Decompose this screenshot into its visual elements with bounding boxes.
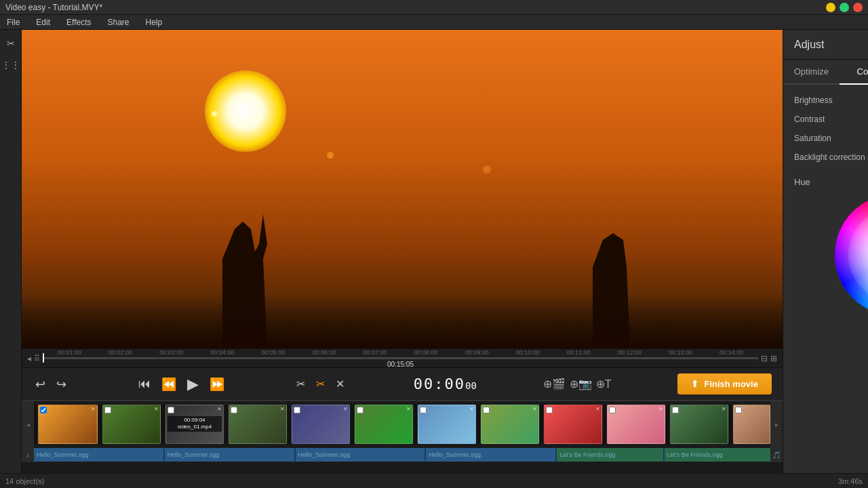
scrubber-line[interactable] (43, 357, 758, 359)
titlebar-controls (826, 3, 863, 12)
sidebar-dots-icon[interactable]: ⋮⋮ (3, 57, 19, 73)
add-clip-button[interactable]: ⊕🎬 (543, 378, 566, 390)
clip-select-checkbox[interactable] (546, 407, 553, 413)
finish-movie-button[interactable]: ⬆ Finish movie (677, 373, 771, 394)
video-clip[interactable]: ✕ (670, 405, 728, 444)
video-clip[interactable]: ✕ (229, 405, 287, 444)
time-marker: 00:01:00 (44, 349, 95, 356)
clip-resize-handle[interactable] (288, 405, 291, 444)
clip-select-checkbox[interactable] (735, 407, 742, 413)
contrast-label: Contrast (794, 115, 868, 124)
play-button[interactable]: ▶ (184, 373, 201, 396)
edit-tools-group: ✂ ✂ ✕ (294, 375, 347, 393)
audio-segment[interactable]: Let's Be Friends.ogg (665, 448, 770, 462)
video-clip[interactable]: ✕ (544, 405, 602, 444)
clip-resize-handle[interactable] (34, 405, 37, 444)
video-clip[interactable]: ✕ (292, 405, 350, 444)
video-clip[interactable]: ✕ 00:09:04video_01.mp4 (165, 405, 224, 444)
audio-right-icon: 🎵 (770, 447, 783, 462)
audio-segment[interactable]: Hello_Summer.ogg (296, 448, 425, 462)
hue-wheel-container (794, 194, 868, 316)
clip-select-checkbox[interactable] (167, 407, 174, 413)
video-clip[interactable]: ✕ (38, 405, 98, 444)
clip-resize-handle[interactable] (603, 405, 606, 444)
hue-section: Hue (794, 177, 868, 316)
timeline-scrubber[interactable]: ◂ ⠿ 00:01:00 00:02:00 00:03:00 00:04:00 … (22, 348, 783, 367)
clip-select-checkbox[interactable] (294, 407, 300, 413)
clip-close-icon[interactable]: ✕ (91, 406, 96, 412)
add-text-button[interactable]: ⊕T (596, 378, 612, 390)
clip-select-checkbox[interactable] (672, 407, 679, 413)
video-clip[interactable]: ✕ (355, 405, 413, 444)
rewind-button[interactable]: ⏮ (136, 374, 153, 394)
minimize-button[interactable] (826, 3, 835, 12)
clip-select-checkbox[interactable] (231, 407, 237, 413)
clip-resize-handle[interactable] (98, 405, 102, 444)
clip-close-icon[interactable]: ✕ (217, 406, 222, 412)
clip-close-icon[interactable]: ✕ (406, 406, 411, 412)
clip-select-checkbox[interactable] (104, 407, 111, 413)
video-clip[interactable]: ✕ (102, 405, 161, 444)
trim-icon[interactable]: ✂ (3, 35, 19, 52)
undo-button[interactable]: ↩ (33, 374, 48, 394)
fullscreen-icon[interactable]: ⊞ (770, 354, 777, 363)
clip-select-checkbox[interactable] (483, 407, 490, 413)
current-time-display: 00:15:05 (43, 361, 758, 368)
tab-optimize[interactable]: Optimize (783, 60, 840, 85)
back-frame-button[interactable]: ⏪ (159, 374, 179, 394)
audio-segment[interactable]: Hello_Summer.ogg (34, 448, 163, 462)
track-prev-button[interactable]: ◂ (22, 401, 34, 447)
clip-resize-handle[interactable] (666, 405, 669, 444)
clip-checkbox-container (294, 406, 300, 415)
brightness-row: Brightness 0 (794, 96, 868, 105)
clip-close-icon[interactable]: ✕ (532, 406, 537, 412)
clip-close-icon[interactable]: ✕ (343, 406, 348, 412)
menu-file[interactable]: File (4, 16, 22, 28)
clip-resize-handle[interactable] (414, 405, 417, 444)
menu-share[interactable]: Share (105, 16, 132, 28)
hue-wheel[interactable] (835, 194, 869, 316)
time-marker: 00:03:00 (146, 349, 197, 356)
color-controls-row: Brightness 0 Contrast (794, 96, 868, 171)
saturation-row: Saturation 0 (794, 134, 868, 143)
clip-resize-handle[interactable] (477, 405, 480, 444)
close-button[interactable] (853, 3, 863, 12)
clip-select-checkbox[interactable] (40, 407, 47, 413)
video-clip[interactable]: ✕ (481, 405, 539, 444)
clip-close-icon[interactable]: ✕ (154, 406, 159, 412)
clip-close-icon[interactable]: ✕ (280, 406, 285, 412)
tab-color[interactable]: Color (840, 60, 868, 85)
clip-resize-handle[interactable] (351, 405, 354, 444)
menu-edit[interactable]: Edit (33, 16, 53, 28)
audio-segment[interactable]: Hello_Summer.ogg (165, 448, 294, 462)
clip-select-checkbox[interactable] (357, 407, 363, 413)
clip-close-icon[interactable]: ✕ (658, 406, 663, 412)
add-photo-button[interactable]: ⊕📷 (570, 378, 592, 390)
forward-frame-button[interactable]: ⏩ (207, 374, 227, 394)
video-clip[interactable] (733, 405, 770, 444)
split-button[interactable]: ✂ (313, 375, 328, 393)
zoom-out-icon[interactable]: ⊟ (761, 354, 768, 363)
clip-resize-handle[interactable] (224, 405, 228, 444)
audio-segment[interactable]: Hello_Summer.ogg (426, 448, 555, 462)
clip-resize-handle[interactable] (540, 405, 543, 444)
clip-select-checkbox[interactable] (420, 407, 427, 413)
track-next-button[interactable]: ▸ (770, 401, 783, 447)
clip-close-icon[interactable]: ✕ (469, 406, 474, 412)
video-clip[interactable]: ✕ (607, 405, 665, 444)
clip-resize-handle[interactable] (161, 405, 165, 444)
delete-button[interactable]: ✕ (333, 375, 347, 393)
audio-segment[interactable]: Let's Be Friends.ogg (557, 448, 663, 462)
clip-select-checkbox[interactable] (609, 407, 616, 413)
menu-help[interactable]: Help (143, 16, 165, 28)
maximize-button[interactable] (840, 3, 849, 12)
cut-tool-button[interactable]: ✂ (294, 375, 308, 393)
menu-effects[interactable]: Effects (64, 16, 94, 28)
scrubber-left-icons: ◂ ⠿ (27, 354, 40, 363)
clip-close-icon[interactable]: ✕ (722, 406, 726, 412)
redo-button[interactable]: ↪ (54, 374, 69, 394)
clip-close-icon[interactable]: ✕ (595, 406, 600, 412)
clip-resize-handle[interactable] (729, 405, 732, 444)
video-clip[interactable]: ✕ (418, 405, 476, 444)
scrubber-track-area[interactable]: 00:01:00 00:02:00 00:03:00 00:04:00 00:0… (43, 349, 758, 368)
